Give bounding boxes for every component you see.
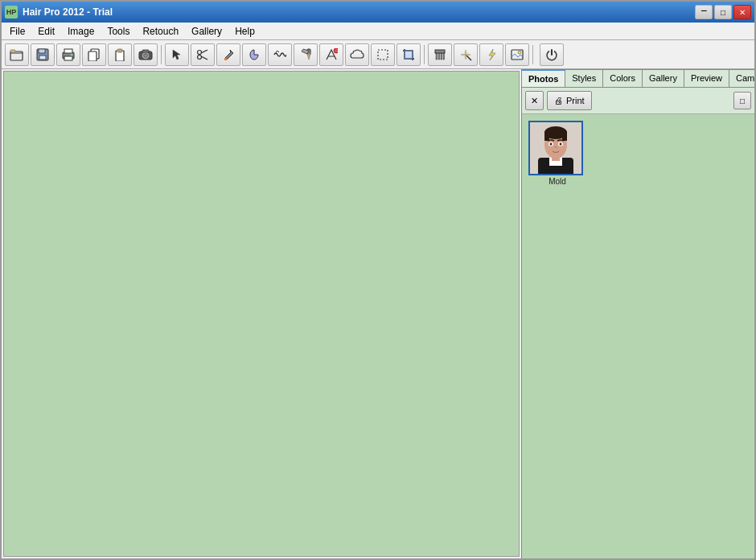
svg-rect-3: [39, 49, 45, 53]
separator-1: [161, 45, 162, 64]
select-tool-button[interactable]: [165, 43, 189, 66]
minimize-button[interactable]: −: [695, 5, 713, 19]
window-title: Hair Pro 2012 - Trial: [23, 6, 695, 18]
svg-point-15: [144, 54, 147, 57]
right-panel: Photos Styles Colors Gallery Preview Cam…: [521, 69, 754, 558]
photo-item-mold[interactable]: Mold: [528, 121, 586, 186]
print-label: Print: [566, 96, 585, 105]
svg-rect-40: [544, 131, 549, 141]
svg-rect-21: [224, 58, 227, 60]
scissors-button[interactable]: [191, 43, 215, 66]
expand-button[interactable]: □: [733, 92, 751, 109]
menu-tools[interactable]: Tools: [101, 24, 136, 39]
open-button[interactable]: [5, 43, 29, 66]
menu-bar: File Edit Image Tools Retouch Gallery He…: [2, 23, 754, 40]
tab-preview[interactable]: Preview: [684, 69, 729, 87]
svg-rect-41: [562, 131, 567, 141]
svg-point-23: [334, 48, 338, 53]
svg-rect-24: [378, 50, 388, 60]
paste-button[interactable]: [108, 43, 132, 66]
tab-photos[interactable]: Photos: [522, 69, 565, 87]
svg-rect-27: [436, 53, 438, 60]
comb-button[interactable]: [428, 43, 452, 66]
panel-print-button[interactable]: 🖨 Print: [547, 91, 592, 110]
svg-rect-7: [64, 56, 72, 60]
svg-rect-29: [441, 53, 442, 60]
photo-image-mold: [530, 122, 581, 174]
svg-rect-16: [142, 50, 149, 52]
save-button[interactable]: [31, 43, 55, 66]
menu-help[interactable]: Help: [228, 24, 261, 39]
svg-rect-4: [39, 56, 46, 60]
window-controls: − □ ✕: [695, 5, 751, 19]
photo-thumb-mold[interactable]: [528, 121, 583, 175]
main-canvas[interactable]: [3, 71, 520, 557]
svg-line-31: [466, 55, 471, 60]
svg-point-8: [71, 53, 73, 56]
tab-colors[interactable]: Colors: [603, 69, 643, 87]
svg-rect-30: [443, 53, 445, 60]
power-button[interactable]: [540, 43, 564, 66]
panel-content[interactable]: Mold: [522, 114, 754, 558]
svg-line-19: [201, 50, 207, 53]
print-button[interactable]: [56, 43, 80, 66]
image-tool-button[interactable]: [505, 43, 529, 66]
title-bar: HP Hair Pro 2012 - Trial − □ ✕: [2, 2, 754, 23]
wave-button[interactable]: [268, 43, 292, 66]
brush-button[interactable]: [294, 43, 318, 66]
svg-rect-26: [435, 50, 445, 53]
tab-bar: Photos Styles Colors Gallery Preview Cam…: [522, 69, 754, 88]
photo-label-mold: Mold: [528, 177, 586, 186]
svg-rect-6: [64, 49, 72, 53]
printer-icon: 🖨: [554, 96, 563, 105]
smudge-button[interactable]: [319, 43, 343, 66]
menu-retouch[interactable]: Retouch: [136, 24, 185, 39]
svg-rect-28: [438, 53, 440, 60]
menu-gallery[interactable]: Gallery: [185, 24, 228, 39]
tab-styles[interactable]: Styles: [565, 69, 603, 87]
separator-3: [532, 45, 533, 64]
tab-gallery[interactable]: Gallery: [643, 69, 684, 87]
copy-button[interactable]: [82, 43, 106, 66]
crop-button[interactable]: [396, 43, 421, 66]
svg-point-18: [198, 55, 202, 59]
shape-button[interactable]: [242, 43, 266, 66]
menu-edit[interactable]: Edit: [31, 24, 61, 39]
svg-line-20: [201, 56, 207, 60]
delete-icon: ✕: [531, 96, 538, 106]
menu-image[interactable]: Image: [61, 24, 101, 39]
app-icon: HP: [5, 6, 18, 19]
svg-rect-25: [405, 51, 413, 59]
main-window: HP Hair Pro 2012 - Trial − □ ✕ File Edit…: [0, 0, 756, 560]
close-button[interactable]: ✕: [733, 5, 751, 19]
delete-button[interactable]: ✕: [525, 91, 544, 110]
photo-grid: Mold: [528, 121, 748, 186]
svg-point-17: [198, 50, 202, 54]
wand-button[interactable]: [454, 43, 478, 66]
svg-point-33: [518, 51, 521, 54]
svg-rect-10: [88, 51, 97, 61]
content-area: Photos Styles Colors Gallery Preview Cam…: [2, 69, 754, 558]
eyedropper-button[interactable]: [216, 43, 240, 66]
lightning-button[interactable]: [479, 43, 503, 66]
maximize-button[interactable]: □: [714, 5, 732, 19]
svg-rect-12: [117, 49, 122, 52]
svg-point-45: [560, 143, 562, 146]
main-toolbar: [2, 40, 754, 69]
menu-file[interactable]: File: [3, 24, 31, 39]
svg-rect-1: [10, 50, 15, 52]
svg-point-44: [550, 143, 553, 146]
tab-camera[interactable]: Camera: [729, 69, 754, 87]
panel-toolbar: ✕ 🖨 Print □: [522, 88, 754, 114]
cloud-button[interactable]: [345, 43, 369, 66]
camera-button[interactable]: [134, 43, 158, 66]
separator-2: [424, 45, 425, 64]
rect-select-button[interactable]: [371, 43, 395, 66]
